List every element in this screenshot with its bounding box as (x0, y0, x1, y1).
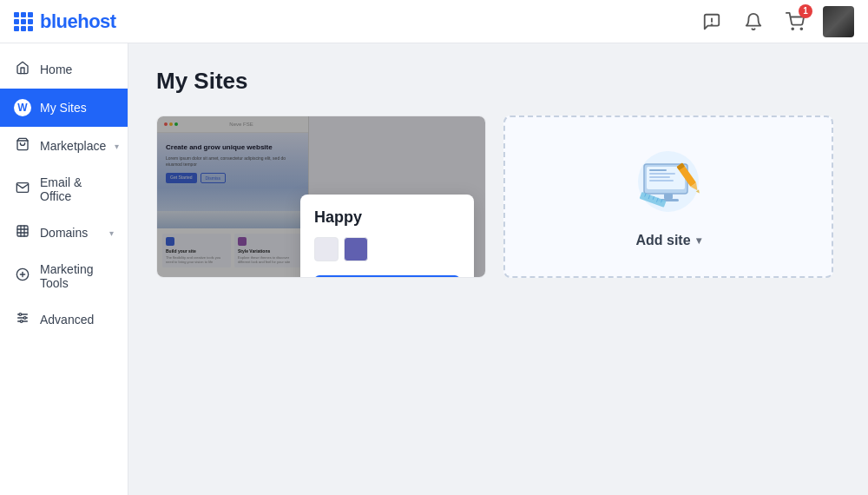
cart-button[interactable]: 1 (781, 8, 809, 36)
domains-chevron: ▾ (109, 228, 114, 238)
add-site-card[interactable]: Add site ▾ (503, 116, 833, 278)
advanced-label: Advanced (40, 313, 114, 327)
main-content: My Sites Neve FSE (128, 43, 868, 495)
domains-icon (14, 224, 31, 241)
sidebar-item-my-sites[interactable]: W My Sites (0, 89, 128, 127)
grid-icon[interactable] (14, 12, 33, 31)
email-icon (14, 181, 31, 198)
svg-rect-26 (664, 194, 673, 199)
top-navigation: bluehost 1 (0, 0, 868, 43)
sidebar-item-advanced[interactable]: Advanced (0, 300, 128, 339)
advanced-icon (14, 311, 31, 328)
marketplace-icon (14, 137, 31, 155)
add-site-chevron: ▾ (696, 234, 701, 247)
app-layout: Home W My Sites Marketplace ▾ (0, 43, 868, 495)
svg-rect-22 (649, 169, 667, 171)
marketplace-label: Marketplace (40, 139, 106, 153)
sidebar-item-marketplace[interactable]: Marketplace ▾ (0, 127, 128, 165)
sidebar: Home W My Sites Marketplace ▾ (0, 43, 128, 495)
marketplace-chevron: ▾ (115, 142, 119, 151)
color-swatch-1 (314, 237, 339, 261)
sidebar-item-domains[interactable]: Domains ▾ (0, 214, 128, 252)
home-label: Home (40, 63, 114, 76)
site-card[interactable]: Neve FSE Create and grow unique website … (156, 116, 486, 278)
svg-rect-24 (649, 176, 670, 178)
sidebar-item-marketing[interactable]: Marketing Tools (0, 252, 128, 300)
svg-point-16 (19, 314, 22, 316)
brand-name: bluehost (40, 10, 116, 33)
svg-point-2 (792, 28, 793, 30)
popup-site-name: Happy (314, 208, 460, 227)
svg-rect-5 (17, 226, 28, 236)
manage-site-button[interactable]: Manage site (314, 275, 460, 277)
avatar-image (823, 6, 854, 37)
popup-colors (314, 237, 460, 261)
logo-area: bluehost (14, 10, 698, 33)
svg-rect-23 (649, 173, 675, 175)
topnav-icons: 1 (698, 6, 854, 37)
marketing-icon (14, 267, 31, 285)
home-icon (14, 61, 31, 78)
domains-label: Domains (40, 226, 101, 240)
svg-rect-25 (649, 180, 674, 182)
site-preview: Neve FSE Create and grow unique website … (157, 116, 485, 277)
user-avatar[interactable] (823, 6, 854, 37)
site-popup: Happy Manage site (300, 195, 474, 277)
marketing-label: Marketing Tools (40, 262, 114, 290)
sidebar-item-home[interactable]: Home (0, 50, 128, 89)
cart-badge: 1 (799, 4, 812, 18)
email-label: Email & Office (40, 175, 114, 203)
add-site-text: Add site (635, 233, 690, 248)
add-site-label: Add site ▾ (635, 233, 700, 248)
svg-point-17 (23, 317, 26, 320)
my-sites-label: My Sites (40, 101, 114, 115)
sidebar-item-email[interactable]: Email & Office (0, 165, 128, 214)
sites-grid: Neve FSE Create and grow unique website … (156, 116, 840, 278)
wordpress-icon: W (14, 99, 31, 116)
color-swatch-2 (344, 237, 368, 261)
page-title: My Sites (156, 68, 840, 95)
svg-point-1 (712, 24, 713, 25)
svg-point-3 (800, 28, 802, 30)
notification-button[interactable] (740, 8, 767, 36)
add-site-illustration (625, 145, 712, 219)
svg-point-18 (20, 320, 23, 323)
support-button[interactable] (698, 8, 726, 36)
